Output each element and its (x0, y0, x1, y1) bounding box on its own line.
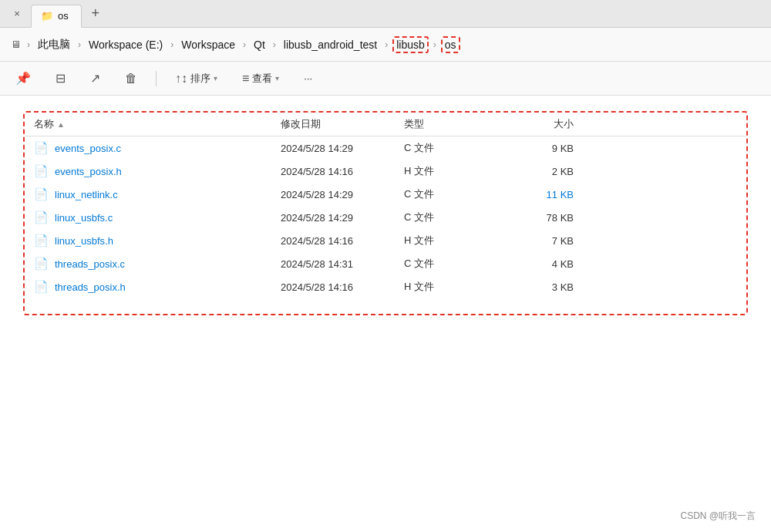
view-chevron-icon: ▾ (275, 74, 279, 82)
col-type-label: 类型 (404, 117, 424, 131)
breadcrumb-this-pc[interactable]: 此电脑 (35, 36, 73, 53)
breadcrumb-workspace[interactable]: Workspace (178, 37, 238, 52)
file-name-cell: 📄 linux_usbfs.c (34, 210, 281, 224)
file-name-cell: 📄 linux_usbfs.h (34, 234, 281, 247)
copy-icon: ⊟ (56, 71, 66, 86)
col-header-name[interactable]: 名称 ▲ (34, 117, 281, 131)
file-area: 名称 ▲ 修改日期 类型 大小 📄 events_posix.c 2024/ (0, 96, 771, 532)
col-date-label: 修改日期 (281, 117, 321, 131)
file-rows-container: 📄 events_posix.c 2024/5/28 14:29 C 文件 9 … (25, 136, 746, 298)
file-date: 2024/5/28 14:29 (281, 143, 404, 154)
file-type: C 文件 (404, 257, 512, 271)
col-name-label: 名称 (34, 117, 54, 131)
table-row[interactable]: 📄 events_posix.c 2024/5/28 14:29 C 文件 9 … (25, 136, 746, 160)
file-size: 78 KB (512, 212, 589, 224)
file-size: 7 KB (512, 235, 589, 247)
tab-close-button[interactable]: × (6, 3, 28, 25)
toolbar-separator (156, 71, 157, 86)
address-bar: 🖥 › 此电脑 › Workspace (E:) › Workspace › Q… (0, 28, 771, 62)
sort-arrow-icon: ▲ (57, 120, 65, 129)
file-name-cell: 📄 events_posix.c (34, 141, 281, 155)
file-size: 4 KB (512, 258, 589, 270)
column-headers: 名称 ▲ 修改日期 类型 大小 (25, 113, 746, 136)
toolbar: 📌 ⊟ ↗ 🗑 ↑↕ 排序 ▾ ≡ 查看 ▾ ··· (0, 62, 771, 96)
footer-text: CSDN @听我一言 (680, 510, 756, 521)
view-label: 查看 (252, 72, 272, 86)
col-header-date[interactable]: 修改日期 (281, 117, 404, 131)
file-date: 2024/5/28 14:29 (281, 189, 404, 200)
sort-chevron-icon: ▾ (214, 74, 217, 82)
file-name: events_posix.h (55, 166, 122, 177)
file-doc-icon: 📄 (34, 210, 49, 224)
breadcrumb-libusb[interactable]: libusb (392, 36, 429, 53)
file-name-cell: 📄 events_posix.h (34, 164, 281, 178)
file-doc-icon: 📄 (34, 257, 49, 271)
table-row[interactable]: 📄 threads_posix.c 2024/5/28 14:31 C 文件 4… (25, 252, 746, 275)
file-date: 2024/5/28 14:16 (281, 235, 404, 247)
share-button[interactable]: ↗ (84, 68, 106, 89)
main-content: 🖥 › 此电脑 › Workspace (E:) › Workspace › Q… (0, 28, 771, 532)
file-name: linux_netlink.c (55, 189, 118, 200)
tab-label: os (58, 10, 69, 22)
more-button[interactable]: ··· (298, 69, 318, 87)
table-row[interactable]: 📄 linux_usbfs.c 2024/5/28 14:29 C 文件 78 … (25, 206, 746, 229)
file-type: H 文件 (404, 280, 512, 294)
share-icon: ↗ (90, 71, 100, 86)
file-name-cell: 📄 threads_posix.h (34, 280, 281, 294)
table-row[interactable]: 📄 threads_posix.h 2024/5/28 14:16 H 文件 3… (25, 275, 746, 298)
file-list-container: 名称 ▲ 修改日期 类型 大小 📄 events_posix.c 2024/ (23, 111, 748, 315)
file-name: linux_usbfs.h (55, 235, 113, 247)
new-tab-button[interactable]: + (85, 3, 106, 25)
file-name-cell: 📄 linux_netlink.c (34, 187, 281, 201)
file-type: C 文件 (404, 187, 512, 201)
file-name: threads_posix.h (55, 281, 126, 293)
file-date: 2024/5/28 14:31 (281, 258, 404, 270)
pin-button[interactable]: 📌 (9, 68, 37, 89)
file-size: 2 KB (512, 166, 589, 177)
col-size-label: 大小 (554, 117, 574, 131)
file-date: 2024/5/28 14:29 (281, 212, 404, 224)
computer-icon: 🖥 (9, 37, 22, 52)
sort-icon: ↑↕ (175, 72, 187, 86)
list-padding (25, 298, 746, 314)
breadcrumb-os[interactable]: os (441, 36, 460, 53)
table-row[interactable]: 📄 linux_netlink.c 2024/5/28 14:29 C 文件 1… (25, 183, 746, 206)
trash-icon: 🗑 (125, 72, 137, 86)
delete-button[interactable]: 🗑 (119, 69, 143, 89)
footer: CSDN @听我一言 (680, 510, 756, 523)
file-size: 11 KB (512, 189, 589, 200)
tab-bar: × 📁 os + (0, 0, 771, 28)
file-type: C 文件 (404, 210, 512, 224)
view-icon: ≡ (242, 72, 249, 86)
col-header-type[interactable]: 类型 (404, 117, 512, 131)
file-doc-icon: 📄 (34, 187, 49, 201)
file-type: C 文件 (404, 141, 512, 155)
file-size: 3 KB (512, 281, 589, 293)
breadcrumb-workspace-e[interactable]: Workspace (E:) (86, 37, 166, 52)
more-label: ··· (304, 72, 312, 84)
file-doc-icon: 📄 (34, 234, 49, 247)
file-type: H 文件 (404, 164, 512, 178)
file-date: 2024/5/28 14:16 (281, 281, 404, 293)
tab-os[interactable]: 📁 os (31, 5, 82, 28)
file-size: 9 KB (512, 143, 589, 154)
pin-icon: 📌 (15, 71, 31, 86)
tab-folder-icon: 📁 (41, 10, 53, 22)
file-name-cell: 📄 threads_posix.c (34, 257, 281, 271)
col-header-size[interactable]: 大小 (512, 117, 589, 131)
file-doc-icon: 📄 (34, 164, 49, 178)
file-date: 2024/5/28 14:16 (281, 166, 404, 177)
file-type: H 文件 (404, 234, 512, 247)
sort-label: 排序 (190, 72, 210, 86)
sort-button[interactable]: ↑↕ 排序 ▾ (169, 69, 224, 89)
copy-button[interactable]: ⊟ (49, 68, 72, 89)
breadcrumb-libusb-android-test[interactable]: libusb_android_test (281, 37, 380, 52)
table-row[interactable]: 📄 linux_usbfs.h 2024/5/28 14:16 H 文件 7 K… (25, 229, 746, 252)
file-doc-icon: 📄 (34, 280, 49, 294)
file-name: events_posix.c (55, 143, 121, 154)
file-name: linux_usbfs.c (55, 212, 113, 224)
table-row[interactable]: 📄 events_posix.h 2024/5/28 14:16 H 文件 2 … (25, 160, 746, 183)
view-button[interactable]: ≡ 查看 ▾ (236, 69, 285, 89)
breadcrumb-qt[interactable]: Qt (251, 37, 268, 52)
file-doc-icon: 📄 (34, 141, 49, 155)
